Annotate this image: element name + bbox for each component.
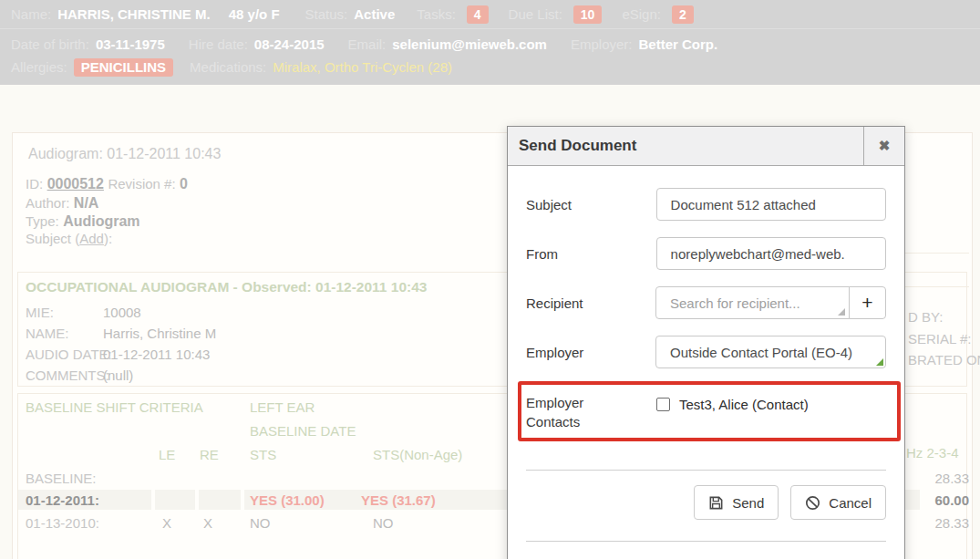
patient-header-row3: Allergies: PENICILLINS Medications: Mira… xyxy=(11,56,969,78)
employer-label: Employer: xyxy=(571,36,633,52)
row-2011-sts: YES (31.00) xyxy=(250,492,325,508)
close-icon: ✖ xyxy=(879,138,891,154)
tested-by-fragment: D BY: xyxy=(908,309,943,325)
employer-input[interactable] xyxy=(655,336,886,368)
subject-suffix: ): xyxy=(104,231,112,246)
recipient-field-row: Recipient + xyxy=(526,286,886,319)
footer-divider xyxy=(526,470,886,471)
document-author-line: Author: N/A xyxy=(26,195,98,212)
right-section-divider-2 xyxy=(899,286,969,287)
right-section-divider-1 xyxy=(899,253,969,254)
employer-contacts-label-line1: Employer xyxy=(526,393,656,412)
row-2011-sts-nonage: YES (31.67) xyxy=(361,492,436,508)
employer-contacts-label: Employer Contacts xyxy=(526,393,656,442)
col-header-hz234: Hz 2-3-4 xyxy=(906,445,959,461)
save-icon xyxy=(708,495,724,511)
recipient-label: Recipient xyxy=(526,286,655,319)
audio-date-label: AUDIO DATE: xyxy=(26,347,112,362)
email-value: selenium@mieweb.com xyxy=(392,36,547,52)
row-2010-hz: 28.33 xyxy=(907,515,969,531)
employer-input-wrap xyxy=(655,336,886,368)
mie-label: MIE: xyxy=(26,305,54,320)
employer-contacts-row: Employer Contacts Test3, Alice (Contact) xyxy=(526,385,886,442)
medications-links[interactable]: Miralax, Ortho Tri-Cyclen (28) xyxy=(273,59,452,75)
age-sex: 48 y/o F xyxy=(229,6,280,22)
allergies-label: Allergies: xyxy=(11,59,67,75)
row-highlight xyxy=(199,490,241,510)
document-id-line: ID: 0000512 Revision #: 0 xyxy=(26,176,188,192)
comments-value: (null) xyxy=(103,367,133,383)
tasks-badge[interactable]: 4 xyxy=(467,5,489,24)
resize-grip-green-icon[interactable] xyxy=(876,358,883,366)
employer-contacts-label-line2: Contacts xyxy=(526,412,656,431)
author-value: N/A xyxy=(74,195,99,211)
calibrated-fragment: BRATED ON xyxy=(908,352,980,367)
name-row-label: NAME: xyxy=(26,326,69,341)
patient-header-row1: Name: HARRIS, CHRISTINE M. 48 y/o F Stat… xyxy=(0,0,980,29)
contact-option: Test3, Alice (Contact) xyxy=(656,393,809,442)
col-header-sts-nonage: STS(Non-Age) xyxy=(373,447,462,462)
employer-contact-name[interactable]: Test3, Alice (Contact) xyxy=(679,395,809,414)
recipient-input-group: + xyxy=(655,286,886,319)
document-subject-line: Subject (Add): xyxy=(26,231,112,247)
cancel-button[interactable]: Cancel xyxy=(790,485,886,520)
dob-value: 03-11-1975 xyxy=(96,36,165,52)
dialog-header: Send Document ✖ xyxy=(508,127,904,166)
allergies-badge[interactable]: PENICILLINS xyxy=(74,58,173,77)
employer-field-row: Employer xyxy=(526,336,886,368)
resize-grip-icon[interactable] xyxy=(838,308,845,316)
cancel-button-label: Cancel xyxy=(829,495,872,511)
dialog-buttons: Send Cancel xyxy=(526,485,886,520)
type-label: Type: xyxy=(26,213,59,229)
esign-label: eSign: xyxy=(622,6,661,22)
add-recipient-button[interactable]: + xyxy=(849,286,886,319)
status-value: Active xyxy=(354,6,395,22)
close-button[interactable]: ✖ xyxy=(863,127,904,165)
row-2010-label: 01-13-2010: xyxy=(26,515,99,531)
subject-input[interactable] xyxy=(656,188,886,221)
col-header-sts: STS xyxy=(250,447,276,462)
author-label: Author: xyxy=(26,195,69,211)
baseline-heading: BASELINE SHIFT CRITERIA xyxy=(26,399,203,415)
hire-date-label: Hire date: xyxy=(189,36,248,52)
from-input[interactable] xyxy=(656,237,886,270)
subject-add-link[interactable]: Add xyxy=(79,231,104,246)
send-button-label: Send xyxy=(732,495,764,511)
patient-header: Name: HARRIS, CHRISTINE M. 48 y/o F Stat… xyxy=(0,0,980,85)
comments-label: COMMENTS: xyxy=(26,367,109,383)
email-label: Email: xyxy=(348,36,387,52)
name-label: Name: xyxy=(11,6,51,22)
serial-fragment: SERIAL #: xyxy=(908,331,971,347)
left-ear-heading: LEFT EAR xyxy=(250,399,315,415)
col-header-re: RE xyxy=(200,447,219,462)
employer-value: Better Corp. xyxy=(638,36,717,52)
baseline-row-hz: 28.33 xyxy=(907,471,969,486)
esign-badge[interactable]: 2 xyxy=(672,5,694,24)
name-row-value: Harris, Christine M xyxy=(103,326,216,341)
mie-value: 10008 xyxy=(103,305,141,320)
patient-name: HARRIS, CHRISTINE M. xyxy=(57,6,211,22)
subject-label: Subject xyxy=(526,188,656,221)
revision-value: 0 xyxy=(180,176,188,192)
due-list-badge[interactable]: 10 xyxy=(573,5,603,24)
patient-header-rows: Date of birth: 03-11-1975 Hire date: 08-… xyxy=(0,29,980,85)
audiogram-section-heading: OCCUPATIONAL AUDIOGRAM - Observed: 01-12… xyxy=(26,279,427,295)
due-list-label: Due List: xyxy=(509,6,562,22)
document-id-link[interactable]: 0000512 xyxy=(47,176,104,192)
from-label: From xyxy=(526,237,656,270)
audio-date-value: 01-12-2011 10:43 xyxy=(103,347,210,362)
tasks-label: Tasks: xyxy=(417,6,456,22)
recipient-search-input[interactable] xyxy=(655,286,850,319)
dob-label: Date of birth: xyxy=(11,36,89,52)
status-label: Status: xyxy=(305,6,348,22)
employer-contact-checkbox[interactable] xyxy=(656,398,670,411)
row-2010-re: X xyxy=(203,515,212,531)
col-header-le: LE xyxy=(159,447,175,462)
patient-header-row2: Date of birth: 03-11-1975 Hire date: 08-… xyxy=(11,33,969,56)
send-button[interactable]: Send xyxy=(694,485,779,520)
medications-label: Medications: xyxy=(190,59,266,75)
from-field-row: From xyxy=(526,237,886,270)
row-2011-hz: 60.00 xyxy=(907,492,969,508)
subject-prefix: Subject ( xyxy=(26,231,79,246)
document-id-label: ID: xyxy=(26,176,43,192)
